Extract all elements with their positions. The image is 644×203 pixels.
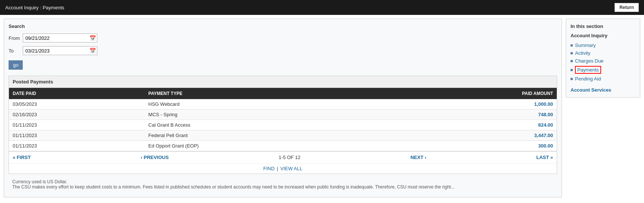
posted-payments-title: Posted Payments	[9, 76, 557, 88]
page-header: Account Inquiry : Payments Return	[0, 0, 644, 15]
cell-date: 01/11/2023	[9, 120, 145, 130]
from-row: From 📅	[9, 34, 557, 42]
sidebar-item-activity: Activity	[571, 49, 635, 57]
cell-type: Ed Opport Grant (EOP)	[145, 141, 392, 151]
to-label: To	[9, 48, 20, 54]
table-row: 01/11/2023 Federal Pell Grant 3,447.00	[9, 130, 557, 141]
nav-link-charges-due[interactable]: Charges Due	[575, 58, 604, 64]
pagination-info: 1-5 OF 12	[279, 155, 301, 160]
table-row: 01/11/2023 Ed Opport Grant (EOP) 300.00	[9, 141, 557, 151]
posted-payments-section: Posted Payments DATE PAID PAYMENT TYPE P…	[9, 76, 557, 174]
nav-link-summary[interactable]: Summary	[575, 42, 596, 48]
sidebar-account-inquiry-heading: Account Inquiry	[571, 33, 635, 38]
sidebar-item-pending-aid: Pending Aid	[571, 75, 635, 83]
nav-bullet-icon	[571, 60, 573, 62]
nav-bullet-icon	[571, 44, 573, 47]
cell-amount: 3,447.00	[392, 130, 557, 141]
account-services-link[interactable]: Account Services	[571, 87, 611, 93]
to-row: To 📅	[9, 46, 557, 55]
sidebar-item-summary: Summary	[571, 41, 635, 49]
nav-bullet-icon	[571, 78, 573, 80]
go-button[interactable]: go	[9, 60, 23, 70]
col-payment-type: PAYMENT TYPE	[145, 88, 392, 99]
from-label: From	[9, 35, 20, 41]
cell-amount: 748.00	[392, 110, 557, 120]
col-date-paid: DATE PAID	[9, 88, 145, 99]
col-paid-amount: PAID AMOUNT	[392, 88, 557, 99]
sidebar-section-heading: In this section	[571, 23, 635, 29]
from-calendar-icon[interactable]: 📅	[89, 35, 96, 41]
cell-date: 02/16/2023	[9, 110, 145, 120]
cell-date: 01/11/2023	[9, 141, 145, 151]
to-date-input[interactable]	[25, 48, 88, 54]
main-layout: Search From 📅 To 📅 go Posted Payments	[0, 15, 644, 201]
cell-type: MCS - Spring	[145, 110, 392, 120]
table-header-row: DATE PAID PAYMENT TYPE PAID AMOUNT	[9, 88, 557, 99]
table-row: 03/05/2023 HSG Webcard 1,000.00	[9, 99, 557, 110]
from-date-wrapper: 📅	[23, 34, 97, 42]
nav-link-payments[interactable]: Payments	[575, 66, 601, 74]
nav-bullet-icon	[571, 69, 573, 71]
last-button[interactable]: LAST »	[536, 155, 553, 160]
next-button[interactable]: NEXT ›	[411, 155, 427, 160]
view-all-button[interactable]: VIEW ALL	[280, 166, 302, 171]
find-button[interactable]: FIND	[263, 166, 274, 171]
cell-amount: 300.00	[392, 141, 557, 151]
from-date-input[interactable]	[25, 35, 88, 41]
nav-bullet-icon	[571, 52, 573, 54]
table-row: 02/16/2023 MCS - Spring 748.00	[9, 110, 557, 120]
find-row: FIND | VIEW ALL	[9, 163, 557, 174]
footer-note-2: The CSU makes every effort to keep stude…	[12, 184, 553, 190]
nav-link-pending-aid[interactable]: Pending Aid	[575, 76, 601, 82]
first-button[interactable]: « FIRST	[13, 155, 31, 160]
search-section-title: Search	[9, 23, 557, 29]
cell-amount: 1,000.00	[392, 99, 557, 110]
pagination-row: « FIRST ‹ PREVIOUS 1-5 OF 12 NEXT › LAST…	[9, 151, 557, 163]
sidebar-item-charges-due: Charges Due	[571, 57, 635, 65]
previous-button[interactable]: ‹ PREVIOUS	[141, 155, 169, 160]
search-section: Search From 📅 To 📅 go	[9, 23, 557, 70]
to-date-wrapper: 📅	[23, 46, 97, 55]
return-button[interactable]: Return	[615, 3, 639, 12]
cell-date: 03/05/2023	[9, 99, 145, 110]
sidebar: In this section Account Inquiry SummaryA…	[566, 19, 640, 98]
cell-date: 01/11/2023	[9, 130, 145, 141]
cell-type: HSG Webcard	[145, 99, 392, 110]
to-calendar-icon[interactable]: 📅	[89, 48, 96, 54]
sidebar-item-payments: Payments	[571, 65, 635, 75]
nav-link-activity[interactable]: Activity	[575, 50, 590, 56]
cell-type: Federal Pell Grant	[145, 130, 392, 141]
sidebar-nav-list: SummaryActivityCharges DuePaymentsPendin…	[571, 41, 635, 83]
payments-table: DATE PAID PAYMENT TYPE PAID AMOUNT 03/05…	[9, 88, 557, 151]
cell-type: Cal Grant B Access	[145, 120, 392, 130]
content-area: Search From 📅 To 📅 go Posted Payments	[4, 19, 562, 197]
footer-note: Currency used is US Dollar. The CSU make…	[9, 176, 557, 193]
page-title: Account Inquiry : Payments	[5, 5, 64, 10]
cell-amount: 824.00	[392, 120, 557, 130]
footer-note-1: Currency used is US Dollar.	[12, 179, 553, 184]
table-row: 01/11/2023 Cal Grant B Access 824.00	[9, 120, 557, 130]
